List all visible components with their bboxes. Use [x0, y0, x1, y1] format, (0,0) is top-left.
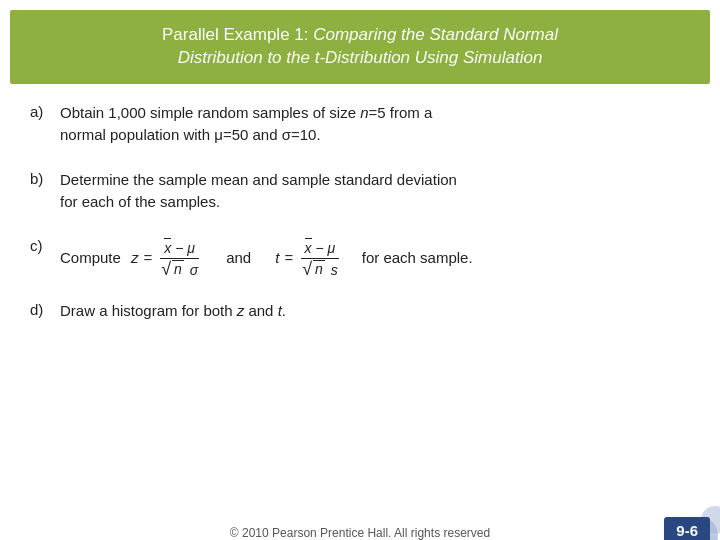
z-xbar: x — [164, 238, 171, 257]
item-d: d) Draw a histogram for both z and t. — [30, 300, 690, 323]
header-line1-italic: Comparing the Standard Normal — [313, 25, 558, 44]
item-b-text: Determine the sample mean and sample sta… — [60, 169, 457, 214]
sqrt-symbol-t: √ — [302, 260, 312, 278]
t-denominator: √ n s — [298, 259, 342, 279]
item-d-label: d) — [30, 300, 60, 318]
header-line2-italic: Distribution to the t-Distribution Using… — [178, 48, 543, 67]
t-xbar: x — [305, 238, 312, 257]
item-a-text1: Obtain 1,000 simple random samples of si… — [60, 104, 360, 121]
t-minus: − μ — [316, 240, 336, 256]
item-d-period: . — [282, 302, 286, 319]
item-a-label: a) — [30, 102, 60, 120]
item-c-text: Compute z = x − μ √ — [60, 236, 473, 279]
header-line1-normal: Parallel Example 1: — [162, 25, 313, 44]
z-numerator: x − μ — [160, 238, 199, 259]
content: a) Obtain 1,000 simple random samples of… — [0, 84, 720, 355]
item-c-label: c) — [30, 236, 60, 254]
t-var: t — [275, 247, 279, 270]
sqrt-symbol-z: √ — [161, 260, 171, 278]
and-text: and — [226, 247, 251, 270]
formula-row: Compute z = x − μ √ — [60, 238, 473, 279]
item-a: a) Obtain 1,000 simple random samples of… — [30, 102, 690, 147]
item-a-text2: =5 from a — [369, 104, 433, 121]
sqrt-n-t: n — [313, 260, 325, 278]
t-s: s — [331, 262, 338, 278]
header-text: Parallel Example 1: Comparing the Standa… — [30, 24, 690, 70]
slide-container: Parallel Example 1: Comparing the Standa… — [0, 10, 720, 540]
t-equals: = — [284, 247, 293, 270]
sqrt-n-z: n — [172, 260, 184, 278]
z-equals: = — [143, 247, 152, 270]
compute-label: Compute — [60, 247, 121, 270]
z-var: z — [131, 247, 139, 270]
t-numerator: x − μ — [301, 238, 340, 259]
slide-badge: 9-6 — [664, 517, 710, 540]
z-sigma: σ — [190, 262, 198, 278]
item-a-n: n — [360, 104, 368, 121]
z-denominator: √ n σ — [157, 259, 202, 279]
t-fraction: x − μ √ n s — [298, 238, 342, 279]
badge-text: 9-6 — [676, 522, 698, 539]
for-each-label: for each sample. — [362, 247, 473, 270]
item-b: b) Determine the sample mean and sample … — [30, 169, 690, 214]
footer-copyright: © 2010 Pearson Prentice Hall. All rights… — [230, 526, 490, 540]
item-d-and: and — [244, 302, 277, 319]
item-c: c) Compute z = x − μ — [30, 236, 690, 279]
t-sqrt: √ n — [302, 260, 325, 278]
item-d-text1: Draw a histogram for both — [60, 302, 237, 319]
header: Parallel Example 1: Comparing the Standa… — [10, 10, 710, 84]
item-b-label: b) — [30, 169, 60, 187]
t-formula: t = x − μ √ n — [275, 238, 342, 279]
item-a-text: Obtain 1,000 simple random samples of si… — [60, 102, 432, 147]
z-sqrt: √ n — [161, 260, 184, 278]
item-d-text: Draw a histogram for both z and t. — [60, 300, 286, 323]
item-a-line2: normal population with μ=50 and σ=10. — [60, 126, 321, 143]
footer: © 2010 Pearson Prentice Hall. All rights… — [0, 526, 720, 540]
item-b-text1: Determine the sample mean and sample sta… — [60, 171, 457, 188]
z-minus: − μ — [175, 240, 195, 256]
z-fraction: x − μ √ n σ — [157, 238, 202, 279]
z-formula: z = x − μ √ n — [131, 238, 202, 279]
item-b-line2: for each of the samples. — [60, 193, 220, 210]
